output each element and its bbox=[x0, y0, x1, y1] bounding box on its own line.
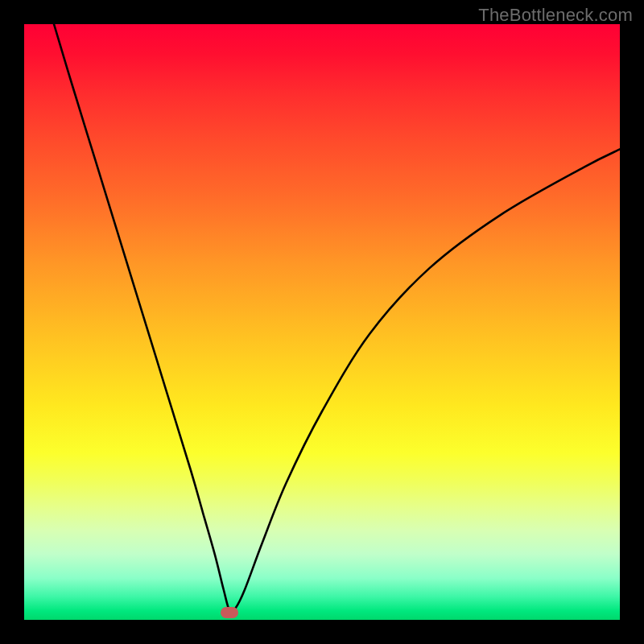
watermark-text: TheBottleneck.com bbox=[478, 5, 633, 26]
bottleneck-curve bbox=[24, 24, 620, 620]
plot-area bbox=[24, 24, 620, 620]
optimal-marker bbox=[221, 607, 238, 618]
